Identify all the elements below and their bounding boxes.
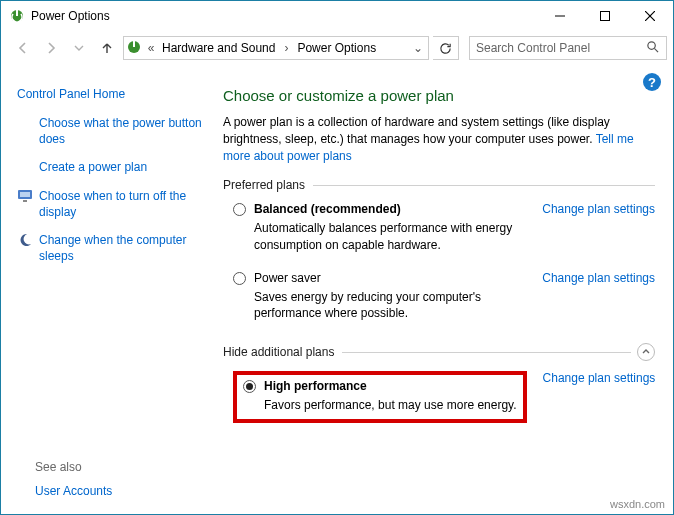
sidebar-item: Create a power plan bbox=[17, 159, 205, 175]
create-power-plan-link[interactable]: Create a power plan bbox=[39, 159, 147, 175]
titlebar: Power Options bbox=[1, 1, 673, 31]
page-description: A power plan is a collection of hardware… bbox=[223, 114, 655, 164]
main-panel: Choose or customize a power plan A power… bbox=[211, 65, 673, 514]
search-input[interactable]: Search Control Panel bbox=[469, 36, 667, 60]
plan-high-performance: High performance Favors performance, but… bbox=[223, 369, 655, 429]
navbar: « Hardware and Sound › Power Options ⌄ S… bbox=[1, 31, 673, 65]
sidebar-item: Change when the computer sleeps bbox=[17, 232, 205, 264]
breadcrumb-sep[interactable]: « bbox=[144, 41, 158, 55]
help-icon[interactable]: ? bbox=[643, 73, 661, 91]
address-dropdown[interactable]: ⌄ bbox=[410, 41, 426, 55]
breadcrumb-hardware-and-sound[interactable]: Hardware and Sound bbox=[160, 41, 277, 55]
plan-name[interactable]: Balanced (recommended) bbox=[254, 202, 536, 216]
sidebar: Control Panel Home Choose what the power… bbox=[1, 65, 211, 514]
see-also-header: See also bbox=[35, 460, 112, 474]
sleep-icon bbox=[17, 232, 33, 248]
see-also: See also User Accounts bbox=[35, 460, 112, 498]
user-accounts-link[interactable]: User Accounts bbox=[35, 484, 112, 498]
page-title: Choose or customize a power plan bbox=[223, 87, 655, 104]
search-icon[interactable] bbox=[646, 40, 660, 56]
search-placeholder: Search Control Panel bbox=[476, 41, 646, 55]
radio-high-performance[interactable] bbox=[243, 380, 256, 393]
window-title: Power Options bbox=[31, 9, 537, 23]
additional-plans-header[interactable]: Hide additional plans bbox=[223, 343, 655, 361]
plan-power-saver: Power saver Saves energy by reducing you… bbox=[223, 269, 655, 337]
plan-description: Saves energy by reducing your computer's… bbox=[254, 289, 536, 321]
plan-name[interactable]: Power saver bbox=[254, 271, 536, 285]
recent-dropdown[interactable] bbox=[67, 36, 91, 60]
svg-rect-1 bbox=[16, 10, 18, 16]
close-button[interactable] bbox=[627, 1, 673, 31]
svg-rect-3 bbox=[600, 12, 609, 21]
preferred-plans-header: Preferred plans bbox=[223, 178, 655, 192]
control-panel-home-link[interactable]: Control Panel Home bbox=[17, 87, 205, 101]
up-button[interactable] bbox=[95, 36, 119, 60]
refresh-button[interactable] bbox=[433, 36, 459, 60]
change-plan-settings-link[interactable]: Change plan settings bbox=[543, 371, 656, 385]
plan-description: Automatically balances performance with … bbox=[254, 220, 536, 252]
computer-sleep-link[interactable]: Change when the computer sleeps bbox=[39, 232, 205, 264]
turn-off-display-link[interactable]: Choose when to turn off the display bbox=[39, 188, 205, 220]
plan-balanced: Balanced (recommended) Automatically bal… bbox=[223, 200, 655, 268]
watermark: wsxdn.com bbox=[610, 498, 665, 510]
breadcrumb-power-options[interactable]: Power Options bbox=[295, 41, 378, 55]
svg-rect-11 bbox=[20, 192, 30, 197]
change-plan-settings-link[interactable]: Change plan settings bbox=[542, 202, 655, 216]
minimize-button[interactable] bbox=[537, 1, 582, 31]
back-button[interactable] bbox=[11, 36, 35, 60]
plan-description: Favors performance, but may use more ene… bbox=[264, 397, 517, 413]
sidebar-item: Choose when to turn off the display bbox=[17, 188, 205, 220]
address-bar[interactable]: « Hardware and Sound › Power Options ⌄ bbox=[123, 36, 429, 60]
choose-power-button-link[interactable]: Choose what the power button does bbox=[39, 115, 205, 147]
display-icon bbox=[17, 188, 33, 204]
sidebar-item: Choose what the power button does bbox=[17, 115, 205, 147]
forward-button[interactable] bbox=[39, 36, 63, 60]
maximize-button[interactable] bbox=[582, 1, 627, 31]
svg-rect-12 bbox=[23, 200, 27, 202]
collapse-icon[interactable] bbox=[637, 343, 655, 361]
change-plan-settings-link[interactable]: Change plan settings bbox=[542, 271, 655, 285]
radio-balanced[interactable] bbox=[233, 203, 246, 216]
svg-line-9 bbox=[654, 48, 658, 52]
power-options-icon bbox=[126, 39, 142, 58]
plan-name[interactable]: High performance bbox=[264, 379, 517, 393]
radio-power-saver[interactable] bbox=[233, 272, 246, 285]
power-options-icon bbox=[9, 8, 25, 24]
chevron-right-icon[interactable]: › bbox=[279, 41, 293, 55]
svg-point-8 bbox=[648, 42, 655, 49]
svg-rect-7 bbox=[133, 41, 135, 47]
